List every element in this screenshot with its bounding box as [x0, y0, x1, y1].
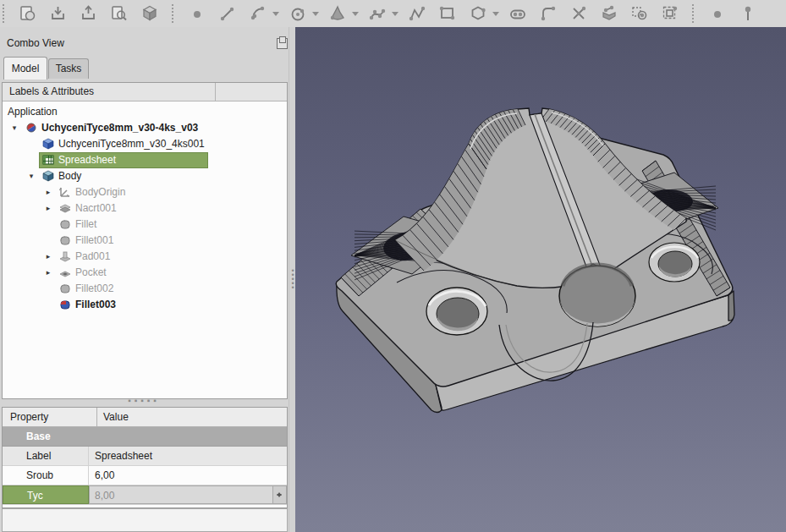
toggle-point-icon[interactable]	[706, 3, 728, 25]
tree-item-label: Fillet003	[75, 297, 116, 313]
property-column-header: Property	[3, 408, 97, 426]
property-value[interactable]: 6,00	[89, 466, 287, 485]
fillet-gray-icon	[58, 233, 72, 247]
inspect-sketch-icon[interactable]	[108, 3, 130, 25]
top-toolbar	[0, 0, 786, 28]
create-polygon-dropdown[interactable]	[492, 3, 500, 25]
tree-item-fillet002[interactable]: Fillet002	[3, 281, 287, 297]
toolbar-separator	[692, 4, 695, 23]
tree-item-spreadsheet[interactable]: Spreadsheet	[3, 152, 287, 168]
import-sheet-icon[interactable]	[47, 3, 69, 25]
tree-item-uchycenityce8mm-v30-4ks001[interactable]: UchyceniTyce8mm_v30_4ks001	[3, 136, 287, 152]
create-polyline-icon[interactable]	[406, 3, 428, 25]
pin-icon[interactable]	[737, 3, 759, 25]
create-circle-icon[interactable]	[287, 3, 309, 25]
panel-title: Combo View	[7, 37, 64, 49]
create-rectangle-icon[interactable]	[437, 3, 459, 25]
tree-item-body[interactable]: ▾Body	[3, 168, 287, 184]
property-editor: Property Value BaseLabel SpreadsheetSrou…	[2, 407, 288, 508]
tree-header: Labels & Attributes	[3, 83, 287, 101]
toolbar-separator	[172, 4, 175, 23]
create-conic-dropdown[interactable]	[351, 3, 360, 25]
3d-viewport[interactable]	[295, 27, 786, 532]
carbon-copy-icon[interactable]	[629, 3, 651, 25]
property-name: Tyc	[3, 485, 89, 504]
tree-item-label: Pocket	[75, 265, 107, 281]
create-bspline-dropdown[interactable]	[391, 3, 399, 25]
create-slot-icon[interactable]	[507, 3, 529, 25]
sketch-icon	[58, 201, 72, 215]
tree-item-nacrt001[interactable]: ▸Nacrt001	[3, 200, 287, 217]
tree-item-label: Body	[58, 168, 81, 184]
tree-item-label: Application	[8, 104, 58, 120]
tree-item-label: Spreadsheet	[58, 152, 116, 168]
tree-item-fillet003[interactable]: Fillet003	[3, 297, 287, 313]
pocket-icon	[58, 266, 72, 279]
tree-item-label: Fillet	[75, 217, 96, 233]
fillet-colored-icon	[58, 298, 72, 311]
tree-item-fillet[interactable]: Fillet	[3, 217, 287, 233]
body-icon	[41, 169, 55, 183]
tree-item-pocket[interactable]: ▸Pocket	[3, 265, 287, 281]
export-sheet-icon[interactable]	[78, 3, 100, 25]
property-row-label[interactable]: Label Spreadsheet	[3, 447, 287, 466]
property-header: Property Value	[3, 408, 287, 427]
spinner[interactable]	[272, 486, 286, 503]
clone-icon[interactable]	[659, 3, 681, 25]
create-line-icon[interactable]	[217, 3, 239, 25]
create-bspline-icon[interactable]	[366, 3, 388, 25]
tree-item-label: Fillet002	[75, 281, 113, 297]
create-arc-icon[interactable]	[247, 3, 269, 25]
expand-arrow-icon[interactable]: ▸	[43, 184, 53, 200]
tree-item-label: Nacrt001	[75, 200, 117, 217]
expand-arrow-icon[interactable]: ▸	[43, 200, 53, 217]
tree-item-fillet001[interactable]: Fillet001	[3, 233, 287, 249]
tree-item-label: BodyOrigin	[75, 184, 125, 200]
tree-item-label: Fillet001	[75, 233, 113, 249]
create-conic-icon[interactable]	[327, 3, 349, 25]
tree-item-label: Pad001	[75, 249, 110, 265]
tree-item-application[interactable]: Application	[3, 104, 287, 120]
expand-arrow-icon[interactable]: ▸	[43, 265, 53, 281]
property-row-tyc[interactable]: Tyc 8,00	[3, 485, 287, 505]
fillet-gray-icon	[58, 282, 72, 295]
tree-item-bodyorigin[interactable]: ▸BodyOrigin	[3, 184, 287, 200]
extend-edge-icon[interactable]	[598, 3, 620, 25]
create-polygon-icon[interactable]	[467, 3, 489, 25]
create-point-icon[interactable]	[186, 3, 208, 25]
view-sketch-icon[interactable]	[17, 3, 39, 25]
empty-panel-area	[2, 508, 288, 532]
tree-item-uchycenityce8mm-v30-4ks-v03[interactable]: ▾UchyceniTyce8mm_v30-4ks_v03	[3, 120, 287, 136]
create-fillet-icon[interactable]	[537, 3, 559, 25]
spreadsheet-icon	[41, 153, 55, 167]
tab-tasks[interactable]: Tasks	[48, 58, 89, 79]
collapse-arrow-icon[interactable]: ▾	[9, 120, 19, 136]
model-tree: Labels & Attributes Application▾Uchyceni…	[2, 82, 288, 399]
combo-view-panel: Combo View Model Tasks Labels & Attribut…	[0, 27, 289, 532]
value-spinbox[interactable]: 8,00	[89, 485, 287, 504]
float-panel-icon[interactable]	[277, 38, 288, 49]
fillet-gray-icon	[58, 217, 72, 231]
property-name: Sroub	[3, 466, 89, 485]
horizontal-splitter[interactable]: ▪▪▪▪▪	[2, 398, 286, 406]
collapse-arrow-icon[interactable]: ▾	[26, 168, 36, 184]
property-rows: BaseLabel SpreadsheetSroub 6,00Tyc 8,00	[3, 427, 287, 505]
view-section-box-icon[interactable]	[139, 3, 161, 25]
property-row-base[interactable]: Base	[3, 427, 287, 447]
toolbar-drag-handle[interactable]	[3, 4, 9, 23]
document-icon	[25, 121, 38, 134]
create-circle-dropdown[interactable]	[311, 3, 320, 25]
value-column-header: Value	[97, 408, 129, 426]
property-value[interactable]: Spreadsheet	[89, 447, 287, 465]
spin-down-icon[interactable]	[277, 494, 282, 500]
property-row-sroub[interactable]: Sroub 6,00	[3, 466, 287, 485]
tree-header-label: Labels & Attributes	[3, 83, 216, 101]
expand-arrow-icon[interactable]: ▸	[43, 249, 53, 265]
trim-edge-icon[interactable]	[568, 3, 590, 25]
cad-model	[295, 27, 786, 532]
property-name: Label	[3, 447, 89, 465]
tree-item-pad001[interactable]: ▸Pad001	[3, 249, 287, 265]
tab-model[interactable]: Model	[3, 57, 47, 80]
create-arc-dropdown[interactable]	[272, 3, 280, 25]
tree-item-label: UchyceniTyce8mm_v30-4ks_v03	[41, 120, 198, 136]
